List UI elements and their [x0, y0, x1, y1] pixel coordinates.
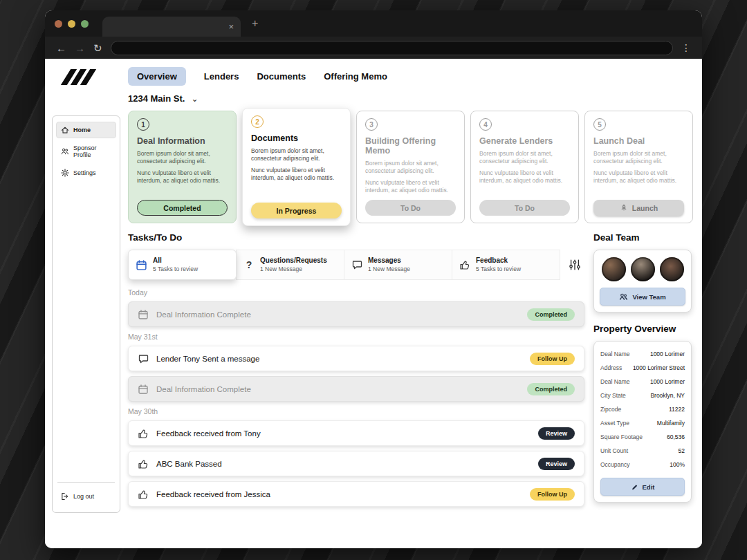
- tab-close-icon[interactable]: ×: [228, 21, 234, 32]
- window-close-button[interactable]: [55, 20, 62, 28]
- step-title: Documents: [251, 133, 342, 143]
- property-value: 11222: [669, 406, 685, 413]
- gear-icon: [61, 169, 69, 177]
- property-row: Deal Name 1000 Lorimer: [600, 347, 685, 361]
- sidebar-item-sponsor-profile[interactable]: Sponsor Profile: [56, 140, 116, 162]
- property-row: Unit Count 52: [600, 444, 685, 458]
- tab-lenders[interactable]: Lenders: [204, 67, 239, 86]
- deal-steps: 1 Deal Information Borem ipsum dolor sit…: [128, 111, 695, 226]
- step-number: 3: [365, 118, 378, 131]
- back-icon[interactable]: ←: [56, 43, 66, 53]
- task-text: ABC Bank Passed: [156, 460, 531, 468]
- task-row[interactable]: Feedback received from Jessica Follow Up: [128, 481, 584, 507]
- sidebar: Home Sponsor Profile Settings Log out: [52, 115, 120, 513]
- users-icon: [619, 292, 628, 301]
- task-row[interactable]: Deal Information Complete Completed: [128, 376, 584, 402]
- task-filter-settings-button[interactable]: [565, 255, 584, 274]
- step-card-deal-information: 1 Deal Information Borem ipsum dolor sit…: [128, 111, 237, 223]
- task-text: Deal Information Complete: [156, 385, 519, 393]
- status-badge: Completed: [527, 383, 575, 395]
- property-row: City State Brooklyn, NY: [600, 389, 685, 402]
- tasks-section: Tasks/To Do All 5 Tasks to review ? Ques…: [128, 232, 584, 512]
- property-overview-card: Deal Name 1000 Lorimer Address 1000 Lori…: [593, 341, 692, 503]
- filter-tab-questions[interactable]: ? Questions/Requests 1 New Message: [236, 250, 344, 280]
- address-bar[interactable]: [111, 41, 673, 55]
- pencil-icon: [631, 483, 638, 491]
- window-minimize-button[interactable]: [68, 20, 75, 28]
- property-selector[interactable]: 1234 Main St. ⌄: [128, 93, 198, 104]
- step-status-todo: To Do: [365, 200, 456, 216]
- view-team-button[interactable]: View Team: [600, 288, 685, 306]
- edit-button-label: Edit: [643, 483, 655, 491]
- sidebar-item-home[interactable]: Home: [56, 122, 116, 138]
- question-icon: ?: [243, 259, 255, 270]
- calendar-icon: [136, 259, 147, 271]
- step-body: Nunc vulputate libero et velit interdum,…: [593, 169, 684, 185]
- step-body: Nunc vulputate libero et velit interdum,…: [251, 167, 342, 182]
- step-number: 1: [137, 118, 149, 131]
- step-card-generate-lenders: 4 Generate Lenders Borem ipsum dolor sit…: [470, 111, 579, 223]
- tasks-heading: Tasks/To Do: [128, 232, 584, 243]
- task-row[interactable]: Deal Information Complete Completed: [128, 301, 584, 327]
- status-badge: Follow Up: [530, 353, 575, 365]
- step-status-completed: Completed: [137, 200, 228, 216]
- right-panel: Deal Team View Team Property Overview: [593, 232, 692, 503]
- window-zoom-button[interactable]: [81, 20, 89, 28]
- step-status-in-progress: In Progress: [251, 203, 342, 218]
- property-row: Address 1000 Lorimer Street: [600, 361, 685, 375]
- property-label: Deal Name: [600, 378, 630, 385]
- filter-subtitle: 1 New Message: [368, 265, 410, 273]
- filter-subtitle: 1 New Message: [260, 265, 327, 273]
- filter-subtitle: 5 Tasks to review: [153, 265, 198, 273]
- task-group-label: May 31st: [128, 333, 584, 341]
- filter-title: Feedback: [476, 256, 521, 265]
- launch-button[interactable]: Launch: [593, 200, 684, 216]
- task-text: Lender Tony Sent a message: [156, 355, 522, 363]
- avatar[interactable]: [631, 257, 655, 281]
- task-row[interactable]: Feedback received from Tony Review: [128, 420, 584, 446]
- task-row[interactable]: ABC Bank Passed Review: [128, 451, 584, 476]
- step-status-todo: To Do: [479, 200, 570, 216]
- sidebar-item-logout[interactable]: Log out: [56, 488, 116, 505]
- property-value: 1000 Lorimer Street: [633, 364, 685, 371]
- logout-icon: [61, 492, 69, 501]
- home-icon: [61, 126, 69, 134]
- filter-tab-all[interactable]: All 5 Tasks to review: [128, 250, 237, 280]
- task-row[interactable]: Lender Tony Sent a message Follow Up: [128, 346, 584, 371]
- browser-toolbar: ← → ↻ ⋮: [45, 37, 702, 59]
- property-value: 1000 Lorimer: [650, 378, 685, 385]
- step-body: Nunc vulputate libero et velit interdum,…: [365, 179, 456, 194]
- step-body: Borem ipsum dolor sit amet, consectetur …: [593, 150, 684, 165]
- property-label: Deal Name: [600, 351, 630, 357]
- sidebar-spacer: [56, 183, 116, 478]
- edit-button[interactable]: Edit: [600, 478, 685, 496]
- sidebar-item-label: Home: [73, 127, 91, 133]
- filter-title: Questions/Requests: [260, 256, 327, 265]
- property-value: Multifamily: [657, 420, 685, 427]
- tab-overview[interactable]: Overview: [128, 67, 186, 86]
- task-filter-bar: All 5 Tasks to review ? Questions/Reques…: [128, 250, 584, 280]
- thumbs-up-icon: [138, 458, 149, 469]
- tab-documents[interactable]: Documents: [257, 67, 306, 86]
- browser-menu-icon[interactable]: ⋮: [681, 42, 691, 53]
- avatar[interactable]: [660, 257, 684, 281]
- step-body: Nunc vulputate libero et velit interdum,…: [479, 169, 570, 185]
- avatar[interactable]: [602, 257, 626, 281]
- property-row: Zipcode 11222: [600, 402, 685, 416]
- filter-tab-feedback[interactable]: Feedback 5 Tasks to review: [452, 250, 560, 280]
- top-navigation: Overview Lenders Documents Offering Memo: [128, 67, 387, 86]
- tab-offering-memo[interactable]: Offering Memo: [324, 67, 387, 86]
- step-card-launch-deal: 5 Launch Deal Borem ipsum dolor sit amet…: [584, 111, 693, 223]
- step-number: 4: [479, 118, 492, 131]
- sidebar-item-settings[interactable]: Settings: [56, 165, 116, 181]
- step-title: Building Offering Memo: [365, 136, 456, 156]
- chat-icon: [138, 353, 149, 364]
- forward-icon[interactable]: →: [75, 43, 85, 53]
- new-tab-button[interactable]: +: [252, 17, 258, 30]
- property-value: 100%: [670, 461, 685, 468]
- refresh-icon[interactable]: ↻: [93, 43, 102, 53]
- browser-tab[interactable]: ×: [102, 17, 241, 37]
- filter-tab-messages[interactable]: Messages 1 New Message: [344, 250, 452, 280]
- status-badge: Follow Up: [530, 488, 575, 501]
- status-badge: Review: [538, 427, 575, 440]
